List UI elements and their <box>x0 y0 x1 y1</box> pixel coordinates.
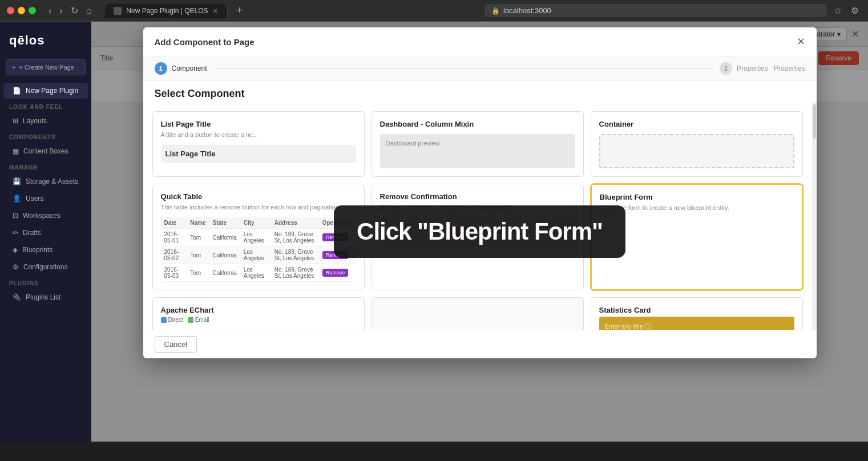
modal-footer: Cancel <box>143 330 817 358</box>
remove-button-2[interactable]: Remove <box>322 269 349 277</box>
grid-icon: ⊞ <box>13 117 18 125</box>
sidebar-item-blueprints[interactable]: ◈ Blueprints <box>3 242 88 258</box>
bookmark-button[interactable]: ☆ <box>831 4 844 17</box>
sidebar-logo: qēlos <box>0 27 91 59</box>
component-card-statistics[interactable]: Statistics Card Enter any title ⓘ 10,476 <box>591 297 803 330</box>
manage-section: MANAGE <box>0 160 91 173</box>
component-card-dashboard[interactable]: Dashboard - Column Mixin Dashboard previ… <box>372 111 584 177</box>
sidebar-item-content-boxes[interactable]: ▦ Content Boxes <box>3 143 88 159</box>
modal-stepper: 1 Component 2 Properties Properties <box>143 56 817 81</box>
card-title-3: Quick Table <box>161 192 356 201</box>
cancel-button[interactable]: Cancel <box>155 336 197 353</box>
remove-confirmation-preview: Delete Cancel <box>380 217 575 246</box>
draft-icon: ✏ <box>13 229 18 237</box>
step-1: 1 Component <box>155 62 207 75</box>
container-preview <box>599 134 794 168</box>
sidebar-item-workspaces[interactable]: ⊡ Workspaces <box>3 208 88 224</box>
minimize-traffic-light[interactable] <box>18 7 25 14</box>
component-card-container[interactable]: Container <box>591 111 803 177</box>
tab-title: New Page Plugin | QELOS <box>126 7 208 15</box>
card-desc-4: Manage confirmation dialog to remove an … <box>380 203 575 212</box>
delete-preview-btn: Delete <box>446 227 474 237</box>
users-icon: 👤 <box>13 195 21 203</box>
step-2-label: Properties <box>737 64 768 72</box>
col-ops: Operations <box>319 217 356 229</box>
reload-button[interactable]: ↻ <box>68 4 80 17</box>
component-card-list-page-title[interactable]: List Page Title A title and a button to … <box>152 111 365 177</box>
step-2-circle: 2 <box>720 62 732 75</box>
step-2: 2 Properties <box>720 62 768 75</box>
tab-close-button[interactable]: ✕ <box>213 7 218 15</box>
remove-button-1[interactable]: Remove <box>322 251 349 259</box>
sidebar-item-new-page-plugin[interactable]: 📄 New Page Plugin <box>3 83 88 99</box>
maximize-traffic-light[interactable] <box>29 7 36 14</box>
blueprint-icon: ◈ <box>13 246 18 254</box>
forward-button[interactable]: › <box>57 5 64 17</box>
component-card-blueprint-form[interactable]: Blueprint Form Complete form to create a… <box>591 184 803 290</box>
component-card-empty[interactable] <box>372 297 584 330</box>
card-title-1: Dashboard - Column Mixin <box>380 120 575 128</box>
table-row: 2016-05-01 Tom California Los Angeles No… <box>161 229 356 246</box>
box-icon: ▦ <box>13 147 19 155</box>
card-title-5: Blueprint Form <box>600 193 794 201</box>
sidebar-item-plugins-list[interactable]: 🔌 Plugins List <box>3 289 88 305</box>
step-1-label: Component <box>172 64 207 72</box>
table-row: 2016-05-03 Tom California Los Angeles No… <box>161 264 356 282</box>
col-city: City <box>240 217 271 229</box>
quick-table-preview: Date Name State City Address Operations <box>161 217 356 282</box>
component-card-remove-confirmation[interactable]: Remove Confirmation Manage confirmation … <box>372 184 584 290</box>
sidebar-item-new-page-label: New Page Plugin <box>26 87 78 95</box>
list-title-preview: List Page Title <box>161 145 356 163</box>
col-date: Date <box>161 217 187 229</box>
new-tab-button[interactable]: + <box>232 2 248 19</box>
sidebar-item-storage[interactable]: 💾 Storage & Assets <box>3 173 88 189</box>
legend-direct: Direct <box>161 317 183 323</box>
tab-favicon <box>114 7 122 15</box>
workspace-icon: ⊡ <box>13 212 18 220</box>
sidebar-item-users[interactable]: 👤 Users <box>3 191 88 207</box>
address-bar[interactable]: 🔒 localhost:3000 <box>485 4 827 17</box>
card-title-8: Statistics Card <box>599 306 794 314</box>
workspaces-label: Workspaces <box>23 212 60 220</box>
drafts-label: Drafts <box>23 229 41 237</box>
modal-scrollbar[interactable] <box>812 102 817 330</box>
dashboard-preview: Dashboard preview <box>380 134 575 168</box>
col-address: Address <box>271 217 319 229</box>
component-card-quick-table[interactable]: Quick Table This table includes a remove… <box>152 184 365 290</box>
create-new-page-button[interactable]: + + Create New Page <box>6 59 86 75</box>
back-button[interactable]: ‹ <box>46 5 54 17</box>
legend-email: Email <box>188 317 209 323</box>
storage-icon: 💾 <box>13 177 21 185</box>
page-icon: 📄 <box>13 87 21 95</box>
remove-button-0[interactable]: Remove <box>322 233 349 241</box>
plugins-list-label: Plugins List <box>26 293 60 301</box>
component-card-apache-echart[interactable]: Apache EChart Direct Email <box>152 297 365 330</box>
properties-label: Properties <box>774 64 805 72</box>
main-content: Edit Mode Administrator ▾ ✕ Title Descri… <box>91 22 868 442</box>
modal-close-button[interactable]: ✕ <box>797 35 805 48</box>
card-title-2: Container <box>599 120 794 128</box>
close-traffic-light[interactable] <box>7 7 14 14</box>
storage-label: Storage & Assets <box>26 177 78 185</box>
sidebar-item-configurations[interactable]: ⚙ Configurations <box>3 259 88 275</box>
scrollbar-thumb <box>813 104 816 139</box>
select-component-title: Select Component <box>143 81 817 102</box>
url-display: localhost:3000 <box>503 6 551 15</box>
extensions-button[interactable]: ⚙ <box>849 4 861 17</box>
sidebar-item-layouts[interactable]: ⊞ Layouts <box>3 113 88 129</box>
modal-header: Add Component to Page ✕ <box>143 27 817 56</box>
look-and-feel-section: LOOK AND FEEL <box>0 99 91 112</box>
content-boxes-label: Content Boxes <box>23 147 68 155</box>
components-list: List Page Title A title and a button to … <box>143 102 812 330</box>
col-name: Name <box>187 217 209 229</box>
blueprint-form-preview <box>600 218 794 275</box>
card-desc-5: Complete form to create a new blueprint … <box>600 204 794 212</box>
modal-overlay: Add Component to Page ✕ 1 Component 2 Pr… <box>91 22 868 442</box>
home-button[interactable]: ⌂ <box>84 5 94 17</box>
browser-chrome: ‹ › ↻ ⌂ New Page Plugin | QELOS ✕ + 🔒 lo… <box>0 0 868 22</box>
browser-tab[interactable]: New Page Plugin | QELOS ✕ <box>104 3 227 18</box>
chart-legend: Direct Email <box>161 317 356 323</box>
sidebar-item-drafts[interactable]: ✏ Drafts <box>3 225 88 241</box>
step-1-circle: 1 <box>155 62 167 75</box>
card-title-6: Apache EChart <box>161 306 356 314</box>
